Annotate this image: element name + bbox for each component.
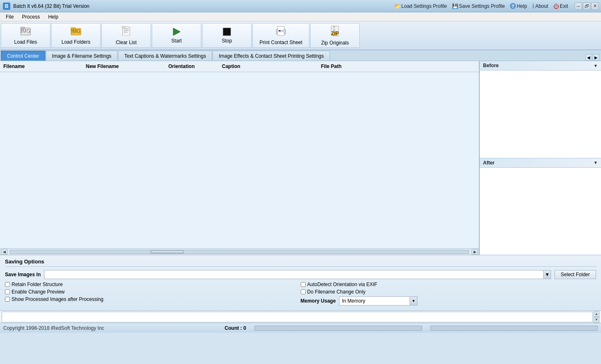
load-folders-icon: IMG [71, 26, 81, 38]
restore-button[interactable]: 🗗 [583, 2, 590, 10]
tab-scroll-left-button[interactable]: ◀ [585, 54, 592, 61]
save-profile-icon: 💾 [452, 3, 458, 9]
about-button[interactable]: ℹ About [530, 2, 550, 11]
memory-usage-select-wrap: In Memory ▼ [339, 296, 417, 305]
toolbar: IMG Load Files IMG Load Folders Clear Li… [0, 21, 601, 50]
svg-rect-18 [278, 32, 284, 35]
close-button[interactable]: ✕ [591, 2, 599, 10]
start-icon [171, 27, 182, 36]
svg-text:IMG: IMG [71, 28, 81, 34]
status-right-bar [430, 326, 598, 331]
scroll-right-button[interactable]: ▶ [471, 249, 478, 255]
enable-change-preview-label: Enable Change Preview [12, 289, 65, 295]
log-text-area [2, 312, 593, 322]
menu-process[interactable]: Process [18, 13, 44, 21]
save-images-row: Save Images In ▼ Select Folder [5, 270, 596, 279]
after-preview-section: After ▼ [480, 158, 601, 255]
memory-usage-label: Memory Usage [301, 298, 336, 304]
after-label: After [483, 160, 495, 166]
tab-text-captions-watermarks[interactable]: Text Captions & Watermarks Settings [118, 51, 212, 61]
scroll-thumb[interactable] [151, 250, 184, 254]
stop-icon [222, 27, 231, 36]
window-controls: ─ 🗗 ✕ [575, 2, 599, 10]
stop-label: Stop [222, 38, 232, 44]
stop-button[interactable]: Stop [202, 23, 252, 48]
log-scroll-down-button[interactable]: ▼ [594, 317, 599, 323]
svg-rect-15 [223, 28, 231, 35]
help-button[interactable]: ? Help [508, 2, 529, 10]
exit-button[interactable]: ⏻ Exit [552, 2, 570, 10]
select-folder-button[interactable]: Select Folder [554, 270, 596, 279]
save-settings-profile-button[interactable]: 💾 Save Settings Profile [450, 2, 507, 10]
saving-options: Saving Options Save Images In ▼ Select F… [0, 255, 601, 310]
svg-rect-19 [279, 30, 280, 31]
options-row: Retain Folder Structure Enable Change Pr… [5, 282, 596, 305]
do-filename-change-row: Do Filename Change Only [301, 289, 596, 295]
title-bar: B Batch It v6.64 (32 Bit) Trial Version … [0, 0, 601, 12]
tab-nav-arrows: ◀ ▶ [585, 54, 601, 61]
show-processed-images-row: Show Processed Images after Processing [5, 296, 301, 302]
svg-marker-14 [173, 28, 180, 35]
table-body [0, 72, 479, 248]
load-files-button[interactable]: IMG Load Files [1, 23, 50, 48]
progress-bar [255, 326, 422, 331]
load-folders-label: Load Folders [61, 39, 90, 45]
scroll-left-button[interactable]: ◀ [1, 249, 7, 255]
before-dropdown-arrow[interactable]: ▼ [594, 63, 598, 68]
tabs-bar: Control Center Image & Filename Settings… [0, 50, 601, 61]
table-header: Filename New Filename Orientation Captio… [0, 61, 479, 72]
saving-options-title: Saving Options [5, 258, 596, 267]
tab-image-filename-settings[interactable]: Image & Filename Settings [46, 51, 118, 61]
enable-change-preview-checkbox[interactable] [5, 289, 10, 294]
start-button[interactable]: Start [152, 23, 201, 48]
print-icon [276, 26, 286, 38]
memory-usage-value: In Memory [339, 298, 410, 304]
autodetect-orientation-row: AutoDetect Orientation via EXIF [301, 282, 596, 287]
log-scroll-controls: ▲ ▼ [594, 311, 599, 323]
load-files-icon: IMG [20, 26, 31, 38]
save-images-dropdown-arrow[interactable]: ▼ [543, 270, 551, 279]
col-header-caption: Caption [219, 63, 318, 70]
horizontal-scrollbar[interactable]: ◀ ▶ [0, 248, 479, 255]
memory-usage-row: Memory Usage In Memory ▼ [301, 296, 596, 305]
app-title: Batch It v6.64 (32 Bit) Trial Version [13, 3, 393, 9]
autodetect-orientation-label: AutoDetect Orientation via EXIF [307, 282, 377, 287]
app-icon: B [2, 2, 11, 10]
col-header-orientation: Orientation [165, 63, 219, 70]
load-settings-profile-button[interactable]: 📂 Load Settings Profile [393, 2, 449, 10]
menu-file[interactable]: File [2, 13, 18, 21]
do-filename-change-checkbox[interactable] [301, 289, 306, 294]
load-folders-button[interactable]: IMG Load Folders [51, 23, 101, 48]
col-header-filename: Filename [0, 63, 82, 70]
retain-folder-structure-label: Retain Folder Structure [12, 282, 63, 287]
svg-rect-13 [122, 26, 125, 28]
svg-rect-21 [333, 26, 335, 28]
memory-usage-dropdown-arrow[interactable]: ▼ [410, 297, 417, 305]
show-processed-images-checkbox[interactable] [5, 297, 10, 302]
print-contact-sheet-button[interactable]: Print Contact Sheet [252, 23, 309, 48]
before-label: Before [483, 63, 499, 68]
copyright-text: Copyright 1998-2018 iRedSoft Technology … [3, 325, 104, 331]
scroll-track[interactable] [10, 250, 469, 254]
save-images-in-label: Save Images In [5, 272, 41, 277]
menu-help[interactable]: Help [44, 13, 63, 21]
clear-list-button[interactable]: Clear List [101, 23, 151, 48]
zip-originals-button[interactable]: ZIP Zip Originals [310, 23, 360, 48]
before-preview-body [480, 70, 601, 158]
minimize-button[interactable]: ─ [575, 2, 582, 10]
tab-image-effects-contact-sheet[interactable]: Image Effects & Contact Sheet Printing S… [212, 51, 330, 61]
exit-icon: ⏻ [553, 3, 559, 9]
before-preview-section: Before ▼ [480, 61, 601, 158]
tab-control-center[interactable]: Control Center [1, 51, 45, 61]
after-dropdown-arrow[interactable]: ▼ [594, 160, 598, 165]
start-label: Start [171, 38, 181, 44]
svg-rect-22 [333, 28, 335, 29]
tab-scroll-right-button[interactable]: ▶ [593, 54, 599, 61]
retain-folder-structure-checkbox[interactable] [5, 282, 10, 287]
log-scroll-up-button[interactable]: ▲ [594, 311, 599, 317]
autodetect-orientation-checkbox[interactable] [301, 282, 306, 287]
print-contact-sheet-label: Print Contact Sheet [259, 40, 302, 45]
clear-list-icon [122, 26, 131, 38]
zip-originals-label: Zip Originals [321, 40, 349, 46]
preview-panel: Before ▼ After ▼ [479, 61, 601, 255]
